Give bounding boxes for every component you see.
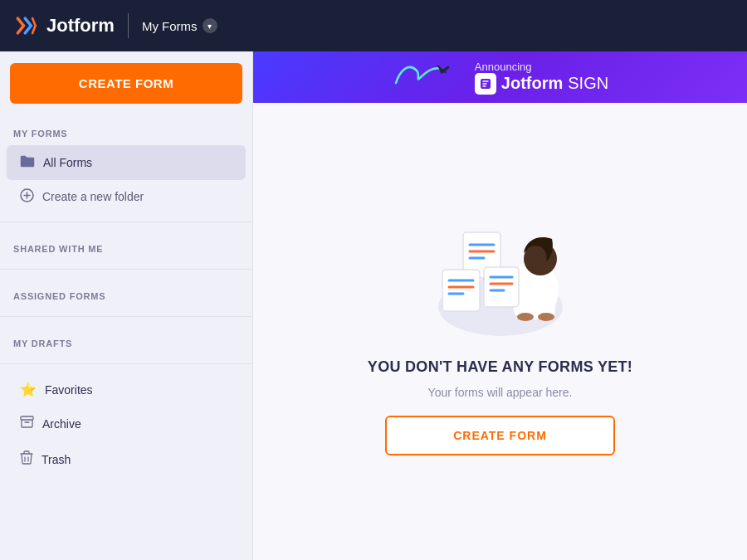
- main-content: Announcing Jotform SIGN: [253, 51, 747, 560]
- my-forms-label: My Forms: [142, 19, 198, 33]
- banner-signature-graphic: [392, 54, 458, 101]
- chevron-down-icon: ▾: [203, 18, 217, 33]
- banner-text-area: Announcing Jotform SIGN: [475, 61, 608, 95]
- archive-icon: [20, 416, 34, 432]
- banner-brand-sign: Jotform SIGN: [475, 73, 608, 95]
- svg-rect-21: [484, 267, 519, 307]
- shared-with-me-label: SHARED WITH ME: [0, 231, 252, 261]
- sidebar-item-favorites[interactable]: ⭐ Favorites: [7, 373, 246, 407]
- banner-announcing-text: Announcing: [475, 61, 608, 73]
- sidebar-item-create-folder[interactable]: Create a new folder: [7, 180, 246, 213]
- header: Jotform My Forms ▾: [0, 0, 747, 51]
- jotform-sign-icon: [475, 73, 496, 95]
- empty-illustration: [417, 207, 583, 340]
- divider-1: [0, 222, 252, 222]
- jotform-logo-icon: [13, 12, 40, 39]
- star-icon: ⭐: [20, 382, 37, 397]
- create-form-empty-button[interactable]: CREATE FORM: [385, 416, 615, 455]
- header-divider: [128, 13, 129, 38]
- assigned-forms-label: ASSIGNED FORMS: [0, 278, 252, 308]
- main-layout: CREATE FORM MY FORMS All Forms Create a …: [0, 51, 747, 560]
- announcement-banner[interactable]: Announcing Jotform SIGN: [253, 51, 747, 103]
- divider-3: [0, 316, 252, 317]
- logo-container: Jotform: [13, 12, 115, 39]
- my-drafts-label: MY DRAFTS: [0, 325, 252, 355]
- empty-subtitle: Your forms will appear here.: [428, 386, 573, 399]
- create-folder-label: Create a new folder: [42, 190, 144, 203]
- my-forms-header-btn[interactable]: My Forms ▾: [142, 18, 217, 33]
- favorites-label: Favorites: [45, 383, 93, 397]
- svg-point-25: [517, 313, 534, 321]
- sidebar-item-archive[interactable]: Archive: [7, 407, 246, 441]
- create-form-sidebar-button[interactable]: CREATE FORM: [10, 63, 242, 104]
- svg-rect-17: [442, 270, 480, 311]
- svg-point-26: [538, 313, 554, 321]
- sidebar-item-all-forms[interactable]: All Forms: [7, 145, 246, 180]
- svg-rect-4: [21, 416, 33, 420]
- banner-sign-text: SIGN: [568, 74, 608, 93]
- empty-state: YOU DON'T HAVE ANY FORMS YET! Your forms…: [253, 103, 747, 560]
- my-forms-section-label: MY FORMS: [0, 115, 252, 145]
- trash-label: Trash: [42, 453, 71, 466]
- folder-icon: [20, 154, 35, 171]
- sidebar: CREATE FORM MY FORMS All Forms Create a …: [0, 51, 253, 560]
- divider-2: [0, 269, 252, 270]
- empty-title: YOU DON'T HAVE ANY FORMS YET!: [368, 358, 632, 376]
- trash-icon: [20, 450, 33, 468]
- sidebar-item-trash[interactable]: Trash: [7, 441, 246, 477]
- logo-text: Jotform: [46, 15, 115, 37]
- plus-circle-icon: [20, 188, 34, 205]
- banner-jotform-text: Jotform: [501, 74, 563, 93]
- all-forms-label: All Forms: [43, 156, 92, 169]
- divider-4: [0, 363, 252, 364]
- archive-label: Archive: [42, 417, 81, 431]
